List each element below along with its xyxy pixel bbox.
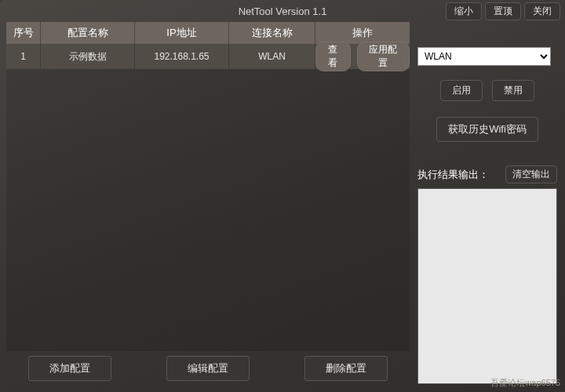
left-panel: 序号 配置名称 IP地址 连接名称 操作 1 示例数据 192.168.1.65… [6,22,410,386]
th-connection: 连接名称 [229,22,315,44]
minimize-button[interactable]: 缩小 [446,2,482,20]
th-operation: 操作 [315,22,410,44]
delete-config-button[interactable]: 删除配置 [304,356,388,381]
table-row[interactable]: 1 示例数据 192.168.1.65 WLAN 查看 应用配置 [6,44,410,69]
th-ip: IP地址 [135,22,229,44]
cell-connection: WLAN [229,44,315,69]
close-button[interactable]: 关闭 [524,2,560,20]
output-section: 执行结果输出： 清空输出 [416,165,559,386]
th-config-name: 配置名称 [41,22,135,44]
config-table: 序号 配置名称 IP地址 连接名称 操作 1 示例数据 192.168.1.65… [6,22,410,351]
output-textarea[interactable] [417,188,557,384]
view-button[interactable]: 查看 [315,42,351,71]
titlebar: NetTool Version 1.1 缩小 置顶 关闭 [0,0,565,22]
cell-ip: 192.168.1.65 [135,44,229,69]
edit-config-button[interactable]: 编辑配置 [166,356,250,381]
right-panel: WLAN 启用 禁用 获取历史Wifi密码 执行结果输出： 清空输出 [416,22,559,386]
wifi-history-button[interactable]: 获取历史Wifi密码 [436,117,538,142]
window-controls: 缩小 置顶 关闭 [446,2,560,20]
connection-select[interactable]: WLAN [417,47,551,66]
cell-config-name: 示例数据 [41,44,135,69]
add-config-button[interactable]: 添加配置 [28,356,111,381]
enable-button[interactable]: 启用 [440,80,483,101]
disable-button[interactable]: 禁用 [492,80,534,101]
output-label: 执行结果输出： [417,168,489,182]
enable-disable-row: 启用 禁用 [416,80,559,101]
output-header: 执行结果输出： 清空输出 [416,165,559,187]
cell-operation: 查看 应用配置 [315,44,410,69]
clear-output-button[interactable]: 清空输出 [505,165,557,183]
apply-config-button[interactable]: 应用配置 [357,42,410,71]
bottom-toolbar: 添加配置 编辑配置 删除配置 [6,351,410,386]
topmost-button[interactable]: 置顶 [485,2,521,20]
th-index: 序号 [6,22,41,44]
table-header: 序号 配置名称 IP地址 连接名称 操作 [6,22,410,44]
footer-credit: 吾爱论坛wap6575 [490,377,560,389]
table-body: 1 示例数据 192.168.1.65 WLAN 查看 应用配置 [6,44,410,351]
window-title: NetTool Version 1.1 [239,5,327,17]
cell-index: 1 [6,44,41,69]
